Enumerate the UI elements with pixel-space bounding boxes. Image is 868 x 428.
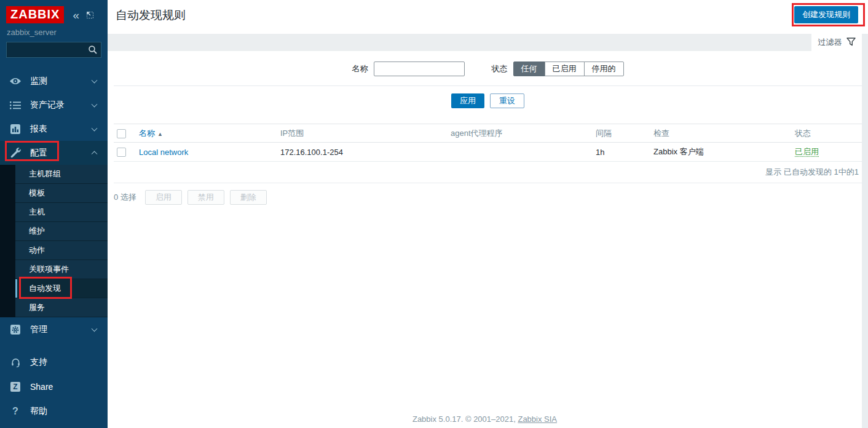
chevron-down-icon <box>92 325 98 331</box>
search-icon[interactable] <box>88 45 98 57</box>
filter-tab-label: 过滤器 <box>818 37 842 48</box>
sidebar-item-help[interactable]: ? 帮助 <box>0 399 108 424</box>
submenu-label: 自动发现 <box>29 283 61 293</box>
submenu-item-services[interactable]: 服务 <box>15 298 108 317</box>
chevron-down-icon <box>92 77 98 83</box>
wrench-icon <box>9 147 22 159</box>
column-header-checks: 检查 <box>650 124 792 143</box>
gear-icon <box>9 325 22 335</box>
submenu-label: 主机群组 <box>29 169 61 178</box>
footer-version-text: Zabbix 5.0.17. © 2001–2021, <box>412 414 518 424</box>
sidebar-item-label: 配置 <box>30 148 47 159</box>
sidebar-item-share[interactable]: Z Share <box>0 374 108 399</box>
submenu-item-maintenance[interactable]: 维护 <box>15 222 108 241</box>
sidebar-item-monitoring[interactable]: 监测 <box>0 69 108 93</box>
logo-row: ZABBIX « <box>0 0 108 23</box>
hide-sidebar-icon[interactable] <box>85 10 94 19</box>
apply-button[interactable]: 应用 <box>451 93 484 108</box>
select-all-checkbox[interactable] <box>117 129 126 138</box>
selected-count: 0 选择 <box>114 192 136 203</box>
column-header-label: 名称 <box>139 129 155 138</box>
sidebar-item-inventory[interactable]: 资产记录 <box>0 93 108 117</box>
sidebar-item-configuration[interactable]: 配置 <box>0 141 108 165</box>
rule-checks: Zabbix 客户端 <box>650 143 792 162</box>
submenu-item-discovery[interactable]: 自动发现 <box>15 279 108 298</box>
rule-status-link[interactable]: 已启用 <box>795 147 819 156</box>
submenu-item-event-correlation[interactable]: 关联项事件 <box>15 260 108 279</box>
chevron-up-icon <box>92 151 98 157</box>
row-checkbox[interactable] <box>117 148 126 157</box>
submenu-label: 维护 <box>29 226 45 236</box>
sort-ascending-icon: ▲ <box>157 131 163 137</box>
filter-funnel-icon <box>846 38 856 48</box>
disable-button[interactable]: 禁用 <box>187 190 224 205</box>
bar-chart-icon <box>9 124 22 134</box>
submenu-item-actions[interactable]: 动作 <box>15 241 108 260</box>
rule-name-link[interactable]: Local network <box>139 148 188 157</box>
name-filter-input[interactable] <box>374 61 465 76</box>
create-discovery-rule-button[interactable]: 创建发现规则 <box>794 6 858 23</box>
sidebar-item-label: 监测 <box>30 76 47 87</box>
column-header-status: 状态 <box>792 124 862 143</box>
submenu-item-templates[interactable]: 模板 <box>15 184 108 203</box>
sidebar-item-reports[interactable]: 报表 <box>0 117 108 141</box>
status-option-enabled[interactable]: 已启用 <box>545 61 585 76</box>
column-header-ip-range: IP范围 <box>277 124 448 143</box>
sidebar-item-label: 资产记录 <box>30 100 65 111</box>
zabbix-logo[interactable]: ZABBIX <box>6 6 64 23</box>
sidebar-nav: 监测 资产记录 报表 <box>0 69 108 424</box>
scrollbar-gutter <box>862 34 868 428</box>
server-name: zabbix_server <box>0 23 108 37</box>
delete-button[interactable]: 删除 <box>230 190 267 205</box>
configuration-submenu: 主机群组 模板 主机 维护 动作 关联项事件 自动发现 服务 <box>0 165 108 317</box>
status-filter-group: 状态 任何 已启用 停用的 <box>492 61 624 76</box>
question-icon: ? <box>9 406 22 417</box>
filter-panel: 名称 状态 任何 已启用 停用的 应用 重设 <box>108 51 868 118</box>
sidebar-item-administration[interactable]: 管理 <box>0 317 108 341</box>
sidebar-search <box>6 42 101 58</box>
name-filter-label: 名称 <box>352 63 368 74</box>
rule-proxy <box>448 143 593 162</box>
submenu-label: 动作 <box>29 245 45 255</box>
status-segmented-control: 任何 已启用 停用的 <box>513 61 624 76</box>
page-title: 自动发现规则 <box>116 7 186 23</box>
selection-bar: 0 选择 启用 禁用 删除 <box>114 190 862 205</box>
sidebar-item-label: Share <box>30 382 53 392</box>
reset-button[interactable]: 重设 <box>490 93 524 108</box>
status-option-any[interactable]: 任何 <box>513 61 545 76</box>
discovery-rules-table: 名称▲ IP范围 agent代理程序 间隔 检查 状态 Local networ… <box>114 124 862 183</box>
submenu-item-hosts[interactable]: 主机 <box>15 203 108 222</box>
status-filter-label: 状态 <box>492 63 508 74</box>
sidebar-item-label: 帮助 <box>30 406 47 417</box>
collapse-sidebar-icon[interactable]: « <box>73 9 79 21</box>
enable-button[interactable]: 启用 <box>145 190 182 205</box>
zabbix-sia-link[interactable]: Zabbix SIA <box>518 414 557 424</box>
submenu-label: 服务 <box>29 303 45 312</box>
column-header-name[interactable]: 名称▲ <box>136 124 277 143</box>
submenu-label: 主机 <box>29 207 45 216</box>
table-display-info: 显示 已自动发现的 1中的1 <box>114 162 862 183</box>
chevron-down-icon <box>92 101 98 107</box>
filter-tab[interactable]: 过滤器 <box>811 34 862 51</box>
rule-ip-range: 172.16.100.1-254 <box>277 143 448 162</box>
sidebar: ZABBIX « zabbix_server <box>0 0 108 428</box>
sidebar-bottom-group: 支持 Z Share ? 帮助 <box>0 350 108 424</box>
rule-interval: 1h <box>593 143 650 162</box>
share-z-icon: Z <box>9 382 22 392</box>
filter-strip: 过滤器 <box>108 34 862 51</box>
page-header: 自动发现规则 创建发现规则 <box>108 0 868 34</box>
footer: Zabbix 5.0.17. © 2001–2021, Zabbix SIA <box>108 414 862 424</box>
submenu-item-host-groups[interactable]: 主机群组 <box>15 165 108 184</box>
sidebar-item-support[interactable]: 支持 <box>0 350 108 374</box>
submenu-label: 关联项事件 <box>29 264 69 274</box>
status-option-disabled[interactable]: 停用的 <box>584 61 624 76</box>
sidebar-item-label: 管理 <box>30 324 47 335</box>
chevron-down-icon <box>92 125 98 131</box>
search-input[interactable] <box>6 42 101 58</box>
submenu-label: 模板 <box>29 188 45 197</box>
table-header-row: 名称▲ IP范围 agent代理程序 间隔 检查 状态 <box>114 124 862 143</box>
sidebar-item-label: 支持 <box>30 357 47 368</box>
list-icon <box>9 101 22 109</box>
eye-icon <box>9 77 22 85</box>
headset-icon <box>9 357 22 368</box>
